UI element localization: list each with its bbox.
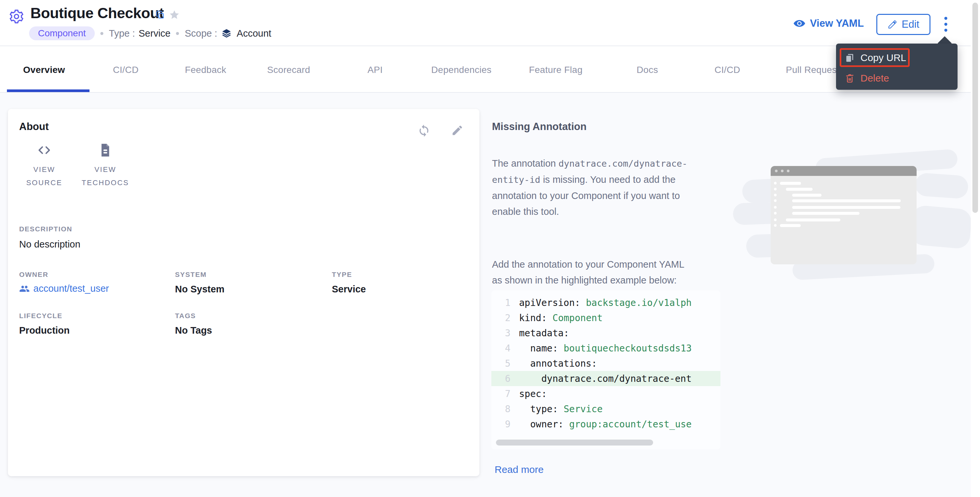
menu-item-delete[interactable]: Delete [836,69,958,88]
tab-bar: Overview CI/CD Feedback Scorecard API De… [0,46,971,93]
tab-feedback[interactable]: Feedback [185,65,226,75]
copy-url-label: Copy URL [861,52,906,64]
code-line: 4 name:boutiquecheckoutsdsds13 [491,341,721,356]
tab-scorecard[interactable]: Scorecard [267,65,310,75]
lifecycle-value: Production [19,325,70,336]
description-label: DESCRIPTION [19,225,72,233]
window-dot-icon [781,170,784,172]
edit-about-pencil-icon[interactable] [451,124,464,137]
code-line: 7spec: [491,386,721,401]
entity-meta-row: Component Type : Service Scope : Account [29,26,271,40]
tags-value: No Tags [175,325,212,336]
tab-ci-cd[interactable]: CI/CD [113,65,139,75]
code-line-highlighted: 6 dynatrace.com/dynatrace-ent [491,371,721,386]
window-dot-icon [787,170,789,172]
scope-value: Account [237,28,271,39]
mock-line-bullet [774,219,776,221]
entity-page: Boutique Checkout Component Type : Servi… [0,0,980,497]
pencil-icon [888,19,897,29]
mock-code-line [786,219,840,221]
more-options-button[interactable] [939,14,953,34]
kind-badge: Component [29,26,95,40]
code-line: 8 type:Service [491,401,721,416]
annotation-paragraph: The annotation dynatrace.com/dynatrace-e… [492,156,706,219]
page-header: Boutique Checkout Component Type : Servi… [0,0,971,46]
mock-code-line [792,194,821,197]
missing-annotation-title: Missing Annotation [492,121,586,133]
view-techdocs-link[interactable]: VIEW TECHDOCS [77,143,134,189]
lifecycle-label: LIFECYCLE [19,312,62,320]
code-line: 1apiVersion:backstage.io/v1alph [491,295,721,310]
tab-overview[interactable]: Overview [23,65,65,75]
background-blob [910,205,971,249]
refresh-icon[interactable] [417,124,431,137]
mock-code-line [786,188,813,191]
horizontal-scrollbar-thumb[interactable] [496,440,653,446]
window-dot-icon [775,170,778,172]
system-label: SYSTEM [175,271,207,278]
code-line: 3metadata: [491,326,721,341]
mock-line-bullet [774,182,776,184]
vertical-scrollbar-thumb[interactable] [972,3,978,213]
page-title: Boutique Checkout [30,5,164,22]
copy-entity-name-icon[interactable] [156,10,165,19]
type-label: Type : [109,28,135,39]
view-techdocs-label: VIEW TECHDOCS [77,163,134,189]
active-tab-indicator [7,89,89,92]
mock-line-bullet [774,224,776,227]
mock-line-bullet [774,212,776,214]
tab-feature-flag[interactable]: Feature Flag [529,65,582,75]
view-yaml-button[interactable]: View YAML [793,17,864,30]
mock-line-bullet [774,199,776,202]
about-card-title: About [19,121,49,133]
menu-item-copy-url[interactable]: Copy URL [836,48,958,67]
code-line: 2kind:Component [491,310,721,326]
view-source-link[interactable]: VIEW SOURCE [16,143,72,189]
mock-line-bullet [774,194,776,196]
view-source-label: VIEW SOURCE [16,163,72,189]
tab-dependencies[interactable]: Dependencies [431,65,492,75]
mock-code-line [792,206,900,209]
dot-separator [100,32,103,35]
mock-line-bullet [774,188,776,191]
type-value: Service [139,28,171,39]
component-kind-cog-icon [9,9,24,24]
delete-label: Delete [861,73,889,84]
code-line: 9 owner:group:account/test_use [491,416,721,432]
read-more-link[interactable]: Read more [495,464,544,475]
eye-icon [793,17,806,30]
people-icon [19,283,30,294]
mock-code-line [780,224,801,227]
mock-line-bullet [774,206,776,208]
edit-button-label: Edit [902,19,919,30]
owner-link[interactable]: account/test_user [19,283,109,294]
mock-titlebar [771,166,916,176]
copy-icon [845,53,855,63]
annotation-instruction: Add the annotation to your Component YAM… [492,256,697,288]
tab-api[interactable]: API [368,65,383,75]
layers-icon [221,28,232,39]
favorite-star-icon[interactable] [169,9,180,21]
mock-code-line [792,212,859,215]
tab-pull-requests[interactable]: Pull Requests [786,65,844,75]
view-yaml-label: View YAML [810,17,864,29]
mock-code-line [792,199,901,202]
type-field-value: Service [332,284,366,295]
about-card: About VIEW SOURCE VIEW TECHDOCS DESCRIPT… [8,109,479,476]
edit-button[interactable]: Edit [876,14,931,35]
code-brackets-icon [37,143,52,158]
dot-separator [176,32,179,35]
mock-code-line [780,182,801,185]
scope-label: Scope : [185,28,217,39]
tab-ci-cd-2[interactable]: CI/CD [714,65,740,75]
owner-value: account/test_user [33,283,109,294]
code-editor-illustration [733,149,971,281]
system-value: No System [175,284,224,295]
trash-icon [845,73,855,84]
tab-docs[interactable]: Docs [636,65,658,75]
context-menu: Copy URL Delete [836,44,958,90]
owner-label: OWNER [19,271,49,278]
mock-editor-window [771,166,916,264]
yaml-code-block: 1apiVersion:backstage.io/v1alph 2kind:Co… [491,291,721,449]
annotation-text-prefix: The annotation [492,158,556,168]
